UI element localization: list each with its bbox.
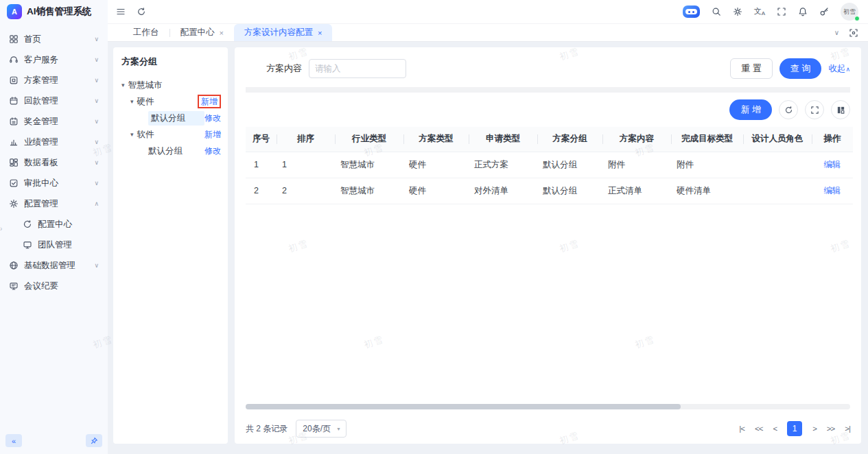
tree-node-label-selected[interactable]: 默认分组 (148, 111, 204, 126)
sidebar-resize-handle[interactable]: › (0, 225, 2, 232)
tree-node-label[interactable]: 硬件 (137, 96, 154, 108)
sidebar-item-label: 首页 (24, 34, 41, 45)
close-icon[interactable]: × (318, 29, 322, 37)
col-header: 申请类型 (469, 127, 537, 152)
sidebar-item-customer-service[interactable]: 客户服务 ∨ (0, 49, 108, 70)
tree-edit-link[interactable]: 修改 (204, 112, 221, 124)
tree-expand-icon[interactable]: ▾ (130, 131, 134, 138)
table-row[interactable]: 2 2 智慧城市 硬件 对外清单 默认分组 正式清单 硬件清单 编辑 (246, 178, 853, 204)
cell: 智慧城市 (335, 152, 403, 178)
fullscreen-icon[interactable] (777, 7, 786, 16)
sidebar-item-base-data[interactable]: 基础数据管理 ∨ (0, 255, 108, 276)
search-form: 方案内容 重 置 查 询 收起∧ (246, 58, 850, 79)
sidebar-collapse-button[interactable]: « (5, 434, 22, 447)
user-avatar[interactable]: 初雪 (841, 3, 858, 21)
sidebar-item-bonus[interactable]: 奖金管理 ∨ (0, 111, 108, 132)
tree-node-label[interactable]: 智慧城市 (128, 80, 163, 91)
sidebar-item-home[interactable]: 首页 ∨ (0, 29, 108, 49)
tree-node-hardware[interactable]: ▾ 硬件 新增 (120, 93, 221, 110)
tree-node-default-group-sw[interactable]: 默认分组 修改 (120, 143, 221, 159)
expand-table-button[interactable] (805, 100, 824, 119)
key-icon[interactable] (819, 7, 829, 16)
sidebar-item-dashboard[interactable]: 数据看板 ∨ (0, 152, 108, 173)
tab-config-center[interactable]: 配置中心 × (170, 24, 234, 41)
search-input[interactable] (309, 59, 406, 78)
page-size-select[interactable]: 20条/页 ▼ (296, 420, 347, 438)
sidebar: A AI销售管理系统 首页 ∨ 客户服务 ∨ 方案管理 ∨ 回款管理 (0, 0, 108, 454)
refresh-icon[interactable] (137, 7, 146, 16)
sidebar-item-config[interactable]: 配置管理 ∧ (0, 193, 108, 214)
tree-add-link[interactable]: 新增 (204, 129, 221, 141)
tree-node-label[interactable]: 软件 (137, 129, 154, 141)
chevron-down-icon: ∨ (94, 97, 99, 104)
current-page-button[interactable]: 1 (787, 421, 802, 436)
horizontal-scrollbar[interactable] (246, 404, 850, 409)
sidebar-item-approval[interactable]: 审批中心 ∨ (0, 173, 108, 193)
ai-assistant-icon[interactable] (683, 5, 700, 18)
screen: A AI销售管理系统 首页 ∨ 客户服务 ∨ 方案管理 ∨ 回款管理 (0, 0, 868, 454)
translate-icon[interactable]: 文A (754, 8, 765, 16)
sidebar-item-solution[interactable]: 方案管理 ∨ (0, 70, 108, 91)
tree-edit-link[interactable]: 修改 (204, 145, 221, 157)
cell (743, 152, 812, 178)
close-icon[interactable]: × (220, 29, 224, 37)
hamburger-menu-icon[interactable] (116, 7, 126, 16)
prev-page-icon[interactable]: < (773, 425, 777, 433)
tab-workbench[interactable]: 工作台 (123, 24, 169, 41)
cell: 1 (246, 152, 277, 178)
sidebar-item-label: 回款管理 (24, 95, 58, 107)
tree-expand-icon[interactable]: ▾ (130, 98, 134, 105)
tree-expand-icon[interactable]: ▾ (121, 82, 125, 88)
table-toolbar: 新 增 (246, 93, 850, 127)
tab-plan-design-config[interactable]: 方案设计内容配置 × (234, 24, 332, 41)
edit-link[interactable]: 编辑 (824, 160, 841, 169)
pagination: 共 2 条记录 20条/页 ▼ |< << < 1 > >> >| (246, 414, 850, 444)
topbar: 文A 初雪 (108, 0, 868, 23)
search-icon[interactable] (712, 7, 721, 16)
add-button[interactable]: 新 增 (729, 99, 772, 120)
last-page-icon[interactable]: >| (845, 425, 850, 433)
sidebar-item-team[interactable]: 团队管理 (0, 235, 108, 255)
sidebar-item-label: 配置管理 (24, 198, 58, 210)
tab-label: 配置中心 (180, 27, 215, 38)
topbar-left (116, 7, 146, 16)
reset-button[interactable]: 重 置 (730, 58, 773, 79)
tree-add-link[interactable]: 新增 (198, 95, 221, 108)
cell (743, 178, 812, 204)
scrollbar-thumb[interactable] (246, 404, 681, 409)
next-page-icon[interactable]: > (812, 425, 817, 433)
tree-node-label[interactable]: 默认分组 (148, 145, 183, 157)
notification-bell-icon[interactable] (798, 7, 808, 16)
sidebar-item-performance[interactable]: 业绩管理 ∨ (0, 132, 108, 152)
chevron-down-icon: ∨ (94, 118, 99, 125)
sidebar-item-config-center[interactable]: 配置中心 (0, 214, 108, 235)
meeting-notes-icon (9, 281, 19, 291)
prev-5-pages-icon[interactable]: << (755, 425, 762, 433)
gear-icon[interactable] (733, 7, 742, 16)
tree-node-default-group-hw[interactable]: 默认分组 修改 (120, 110, 221, 126)
sidebar-item-label: 方案管理 (24, 75, 58, 86)
chevron-down-icon[interactable]: ∨ (834, 29, 839, 36)
sidebar-item-meeting[interactable]: 会议纪要 (0, 276, 108, 296)
screenshot-frame-icon[interactable] (849, 28, 858, 38)
search-actions: 重 置 查 询 收起∧ (730, 58, 850, 79)
pin-button[interactable] (86, 434, 102, 447)
collapse-filters-link[interactable]: 收起∧ (828, 63, 850, 75)
table-row[interactable]: 1 1 智慧城市 硬件 正式方案 默认分组 附件 附件 编辑 (246, 152, 853, 178)
sidebar-item-payment[interactable]: 回款管理 ∨ (0, 91, 108, 111)
query-button[interactable]: 查 询 (779, 58, 822, 79)
edit-link[interactable]: 编辑 (824, 186, 841, 195)
search-field-label: 方案内容 (266, 62, 302, 75)
chevron-down-icon: ∨ (94, 139, 99, 145)
tree-node-software[interactable]: ▾ 软件 新增 (120, 126, 221, 143)
table-panel: 方案内容 重 置 查 询 收起∧ 新 增 (235, 47, 861, 444)
main-area: 文A 初雪 工作台 配置中心 × 方案设计内容配置 × (108, 0, 868, 454)
section-divider (246, 87, 850, 93)
app-title: AI销售管理系统 (27, 5, 92, 18)
column-settings-button[interactable] (831, 100, 850, 119)
tree-node-root[interactable]: ▾ 智慧城市 (120, 77, 221, 93)
first-page-icon[interactable]: |< (739, 425, 744, 433)
payment-calendar-icon (9, 96, 19, 106)
next-5-pages-icon[interactable]: >> (827, 425, 834, 433)
refresh-table-button[interactable] (779, 100, 798, 119)
